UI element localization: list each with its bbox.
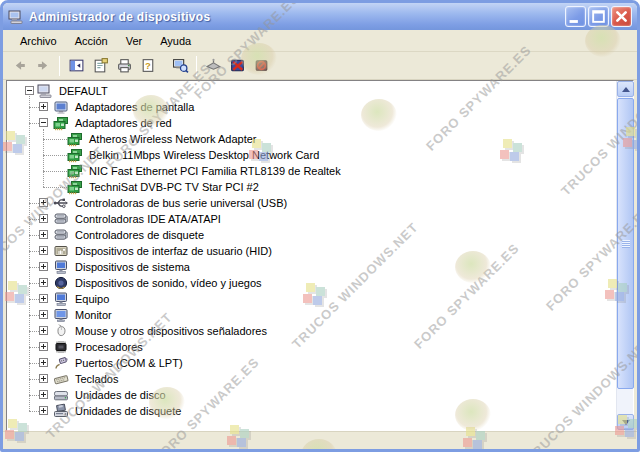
update-driver-button[interactable] xyxy=(201,54,225,78)
tree-item-label[interactable]: Monitor xyxy=(73,307,114,323)
network-adapter-icon xyxy=(67,163,83,179)
floppy-drive-icon xyxy=(53,403,69,419)
collapse-icon[interactable] xyxy=(39,118,48,127)
device-manager-window: Administrador de dispositivos Archivo Ac… xyxy=(0,0,640,452)
expand-icon[interactable] xyxy=(39,278,48,287)
tree-row[interactable]: Puertos (COM & LPT) xyxy=(9,355,614,371)
toolbar: ? xyxy=(3,52,637,80)
help-button[interactable]: ? xyxy=(136,54,160,78)
tree-row[interactable]: Dispositivos de interfaz de usuario (HID… xyxy=(9,243,614,259)
disable-device-button[interactable] xyxy=(225,54,249,78)
tree-item-label[interactable]: Unidades de disquete xyxy=(73,403,183,419)
tree-row[interactable]: Controladores de disquete xyxy=(9,227,614,243)
expand-icon[interactable] xyxy=(39,374,48,383)
tree-item-label[interactable]: DEFAULT xyxy=(57,83,110,99)
tree-row[interactable]: Unidades de disquete xyxy=(9,403,614,419)
tree-item-label[interactable]: Belkin 11Mbps Wireless Desktop Network C… xyxy=(87,147,321,163)
tree-row[interactable]: Equipo xyxy=(9,291,614,307)
cpu-icon xyxy=(53,339,69,355)
expand-icon[interactable] xyxy=(39,214,48,223)
tree-item-label[interactable]: TechniSat DVB-PC TV Star PCI #2 xyxy=(87,179,261,195)
tree-connector xyxy=(43,139,67,140)
collapse-icon[interactable] xyxy=(25,86,34,95)
scan-for-hardware-changes-button[interactable] xyxy=(168,54,192,78)
expand-icon[interactable] xyxy=(39,326,48,335)
scrollbar-thumb[interactable] xyxy=(617,98,634,389)
tree-item-label[interactable]: Controladoras IDE ATA/ATAPI xyxy=(73,211,223,227)
tree-item-label[interactable]: Controladoras de bus serie universal (US… xyxy=(73,195,289,211)
maximize-button[interactable] xyxy=(588,6,609,27)
tree-item-label[interactable]: Atheros Wireless Network Adapter xyxy=(87,131,259,147)
uninstall-device-icon xyxy=(253,57,270,74)
uninstall-device-button[interactable] xyxy=(249,54,273,78)
expand-icon[interactable] xyxy=(39,310,48,319)
scrollbar-grip-icon xyxy=(622,240,630,248)
tree-item-label[interactable]: NIC Fast Ethernet PCI Familia RTL8139 de… xyxy=(87,163,343,179)
tree-item-label[interactable]: Adaptadores de red xyxy=(73,115,174,131)
print-button[interactable] xyxy=(112,54,136,78)
scan-for-hardware-changes-icon xyxy=(172,57,189,74)
tree-row[interactable]: Dispositivos de sistema xyxy=(9,259,614,275)
tree-connector xyxy=(29,331,39,332)
tree-item-label[interactable]: Unidades de disco xyxy=(73,387,168,403)
expand-icon[interactable] xyxy=(39,294,48,303)
expand-icon[interactable] xyxy=(39,262,48,271)
expand-icon[interactable] xyxy=(39,390,48,399)
tree-row[interactable]: TechniSat DVB-PC TV Star PCI #2 xyxy=(9,179,614,195)
tree-row[interactable]: Teclados xyxy=(9,371,614,387)
tree-item-label[interactable]: Dispositivos de sistema xyxy=(73,259,192,275)
tree-item-label[interactable]: Teclados xyxy=(73,371,120,387)
expand-icon[interactable] xyxy=(39,102,48,111)
tree-row[interactable]: Mouse y otros dispositivos señaladores xyxy=(9,323,614,339)
expand-icon[interactable] xyxy=(39,230,48,239)
expand-icon[interactable] xyxy=(39,342,48,351)
tree-row[interactable]: Atheros Wireless Network Adapter xyxy=(9,131,614,147)
vertical-scrollbar[interactable] xyxy=(616,81,633,430)
minimize-button[interactable] xyxy=(565,6,586,27)
tree-row[interactable]: Belkin 11Mbps Wireless Desktop Network C… xyxy=(9,147,614,163)
tree-row[interactable]: Monitor xyxy=(9,307,614,323)
close-button[interactable] xyxy=(611,6,632,27)
forward-button[interactable] xyxy=(31,54,55,78)
expand-icon[interactable] xyxy=(39,246,48,255)
tree-item-label[interactable]: Dispositivos de interfaz de usuario (HID… xyxy=(73,243,274,259)
titlebar[interactable]: Administrador de dispositivos xyxy=(3,3,637,30)
tree-row[interactable]: Dispositivos de sonido, vídeo y juegos xyxy=(9,275,614,291)
ide-controller-icon xyxy=(53,227,69,243)
scrollbar-down-button[interactable] xyxy=(617,414,634,430)
tree-connector xyxy=(29,395,39,396)
sound-icon xyxy=(53,275,69,291)
tree-row[interactable]: Controladoras de bus serie universal (US… xyxy=(9,195,614,211)
menu-ayuda[interactable]: Ayuda xyxy=(151,32,200,50)
tree-row[interactable]: Adaptadores de red xyxy=(9,115,614,131)
tree-row[interactable]: NIC Fast Ethernet PCI Familia RTL8139 de… xyxy=(9,163,614,179)
tree-item-label[interactable]: Controladores de disquete xyxy=(73,227,206,243)
tree-item-label[interactable]: Puertos (COM & LPT) xyxy=(73,355,185,371)
tree-row[interactable]: Adaptadores de pantalla xyxy=(9,99,614,115)
tree-row[interactable]: Procesadores xyxy=(9,339,614,355)
tree-row[interactable]: Unidades de disco xyxy=(9,387,614,403)
expand-icon[interactable] xyxy=(39,406,48,415)
tree-row[interactable]: DEFAULT xyxy=(9,83,614,99)
device-manager-icon xyxy=(8,9,24,25)
expand-icon[interactable] xyxy=(39,198,48,207)
back-button[interactable] xyxy=(7,54,31,78)
tree-item-label[interactable]: Equipo xyxy=(73,291,111,307)
menu-archivo[interactable]: Archivo xyxy=(11,32,66,50)
tree-item-label[interactable]: Dispositivos de sonido, vídeo y juegos xyxy=(73,275,264,291)
network-adapter-icon xyxy=(67,131,83,147)
port-icon xyxy=(53,355,69,371)
back-icon xyxy=(11,57,28,74)
tree-row[interactable]: Controladoras IDE ATA/ATAPI xyxy=(9,211,614,227)
properties-button[interactable] xyxy=(88,54,112,78)
tree-item-label[interactable]: Procesadores xyxy=(73,339,145,355)
show-hide-console-tree-icon xyxy=(68,57,85,74)
scrollbar-up-button[interactable] xyxy=(617,81,634,97)
tree-item-label[interactable]: Mouse y otros dispositivos señaladores xyxy=(73,323,269,339)
menu-ver[interactable]: Ver xyxy=(117,32,152,50)
show-hide-console-tree-button[interactable] xyxy=(64,54,88,78)
expand-icon[interactable] xyxy=(39,358,48,367)
tree-item-label[interactable]: Adaptadores de pantalla xyxy=(73,99,196,115)
menu-accion[interactable]: Acción xyxy=(66,32,117,50)
tree-connector xyxy=(29,363,39,364)
